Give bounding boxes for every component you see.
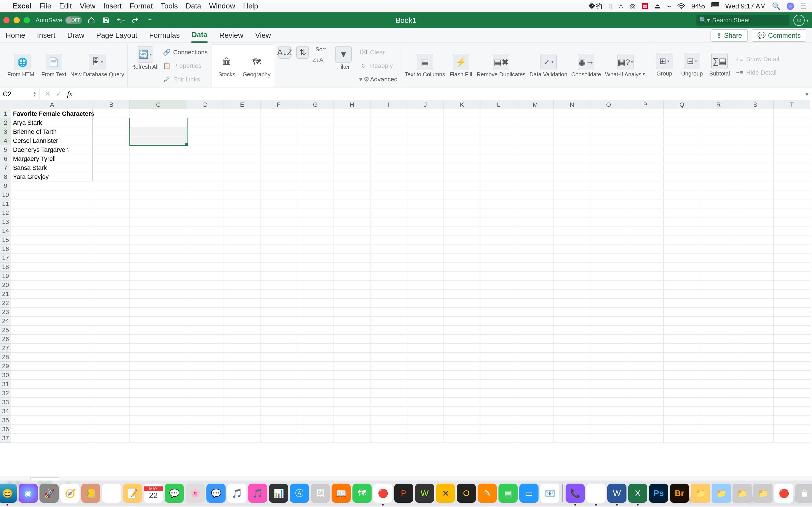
- column-header-J[interactable]: J: [407, 100, 444, 109]
- cell-R4[interactable]: [700, 136, 737, 145]
- cell-D5[interactable]: [187, 145, 224, 154]
- cell-P1[interactable]: [627, 109, 664, 118]
- cell-H20[interactable]: [334, 281, 370, 290]
- cell-N9[interactable]: [554, 181, 591, 190]
- cell-G23[interactable]: [297, 307, 334, 317]
- cell-C11[interactable]: [130, 200, 187, 209]
- cell-N11[interactable]: [554, 200, 591, 209]
- cell-K14[interactable]: [444, 226, 480, 235]
- what-if-button[interactable]: ▦?▾What-If Analysis: [605, 54, 645, 78]
- cell-P12[interactable]: [627, 209, 664, 217]
- row-header-11[interactable]: 11: [0, 200, 11, 209]
- cell-M20[interactable]: [517, 281, 554, 290]
- cell-L5[interactable]: [480, 145, 517, 154]
- row-header-10[interactable]: 10: [0, 190, 11, 200]
- cell-E21[interactable]: [224, 290, 260, 298]
- cell-K33[interactable]: [444, 398, 480, 407]
- row-header-15[interactable]: 15: [0, 235, 11, 244]
- tab-view[interactable]: View: [255, 29, 271, 42]
- cell-T23[interactable]: [774, 307, 810, 317]
- cell-H17[interactable]: [334, 253, 370, 263]
- cell-K37[interactable]: [444, 434, 480, 443]
- cell-B34[interactable]: [93, 407, 130, 416]
- column-header-I[interactable]: I: [370, 100, 407, 109]
- app-name[interactable]: Excel: [12, 2, 32, 10]
- cell-D10[interactable]: [187, 190, 224, 200]
- cell-K16[interactable]: [444, 244, 480, 253]
- cell-N15[interactable]: [554, 235, 591, 244]
- cell-R21[interactable]: [700, 290, 737, 298]
- cell-N27[interactable]: [554, 344, 591, 353]
- cell-Q27[interactable]: [664, 344, 700, 353]
- cell-F24[interactable]: [260, 317, 297, 326]
- cell-J8[interactable]: [407, 172, 444, 181]
- advanced-filter-button[interactable]: ▼⚙Advanced: [359, 73, 398, 86]
- cell-C13[interactable]: [130, 217, 187, 226]
- cell-E10[interactable]: [224, 190, 260, 200]
- cell-L17[interactable]: [480, 253, 517, 263]
- cell-Q17[interactable]: [664, 253, 700, 263]
- cell-E3[interactable]: [224, 127, 260, 136]
- cell-F15[interactable]: [260, 235, 297, 244]
- name-box-dropdown-icon[interactable]: ▲▼: [33, 91, 36, 97]
- cell-O13[interactable]: [591, 217, 627, 226]
- cell-I23[interactable]: [370, 307, 407, 317]
- cell-M27[interactable]: [517, 344, 554, 353]
- cell-M1[interactable]: [517, 109, 554, 118]
- cell-L24[interactable]: [480, 317, 517, 326]
- cell-O24[interactable]: [591, 317, 627, 326]
- tab-page-layout[interactable]: Page Layout: [96, 29, 137, 42]
- cell-T35[interactable]: [774, 416, 810, 425]
- cell-P21[interactable]: [627, 290, 664, 298]
- cell-O10[interactable]: [591, 190, 627, 200]
- cell-J15[interactable]: [407, 235, 444, 244]
- cell-J5[interactable]: [407, 145, 444, 154]
- dock-safari[interactable]: 🧭: [60, 484, 80, 503]
- cell-C26[interactable]: [130, 335, 187, 344]
- cell-J27[interactable]: [407, 344, 444, 353]
- cell-B37[interactable]: [93, 434, 130, 443]
- cell-J22[interactable]: [407, 298, 444, 307]
- cell-T17[interactable]: [774, 253, 810, 263]
- cell-O21[interactable]: [591, 290, 627, 298]
- cell-N16[interactable]: [554, 244, 591, 253]
- cell-I17[interactable]: [370, 253, 407, 263]
- cell-P13[interactable]: [627, 217, 664, 226]
- cell-N7[interactable]: [554, 163, 591, 172]
- cell-D3[interactable]: [187, 127, 224, 136]
- row-header-1[interactable]: 1: [0, 109, 11, 118]
- cell-P18[interactable]: [627, 263, 664, 272]
- cell-B35[interactable]: [93, 416, 130, 425]
- cell-C19[interactable]: [130, 272, 187, 281]
- cell-Q22[interactable]: [664, 298, 700, 307]
- cell-D2[interactable]: [187, 118, 224, 127]
- cell-D24[interactable]: [187, 317, 224, 326]
- properties-button[interactable]: 📋Properties: [162, 60, 207, 72]
- cell-E13[interactable]: [224, 217, 260, 226]
- fx-icon[interactable]: fx: [67, 90, 75, 98]
- cell-L26[interactable]: [480, 335, 517, 344]
- cell-K30[interactable]: [444, 371, 480, 380]
- cell-M4[interactable]: [517, 136, 554, 145]
- cell-B12[interactable]: [93, 209, 130, 217]
- cell-P4[interactable]: [627, 136, 664, 145]
- cell-M19[interactable]: [517, 272, 554, 281]
- dock-messages[interactable]: 💬: [165, 484, 184, 503]
- cell-E37[interactable]: [224, 434, 260, 443]
- cell-F35[interactable]: [260, 416, 297, 425]
- cell-T14[interactable]: [774, 226, 810, 235]
- cell-C34[interactable]: [130, 407, 187, 416]
- cell-B17[interactable]: [93, 253, 130, 263]
- cell-K6[interactable]: [444, 154, 480, 163]
- cell-B9[interactable]: [93, 181, 130, 190]
- cell-N34[interactable]: [554, 407, 591, 416]
- menu-data[interactable]: Data: [186, 2, 201, 10]
- cell-L3[interactable]: [480, 127, 517, 136]
- cell-L6[interactable]: [480, 154, 517, 163]
- cell-J30[interactable]: [407, 371, 444, 380]
- cell-L18[interactable]: [480, 263, 517, 272]
- tab-insert[interactable]: Insert: [37, 29, 55, 42]
- cell-K3[interactable]: [444, 127, 480, 136]
- cell-J6[interactable]: [407, 154, 444, 163]
- cell-J34[interactable]: [407, 407, 444, 416]
